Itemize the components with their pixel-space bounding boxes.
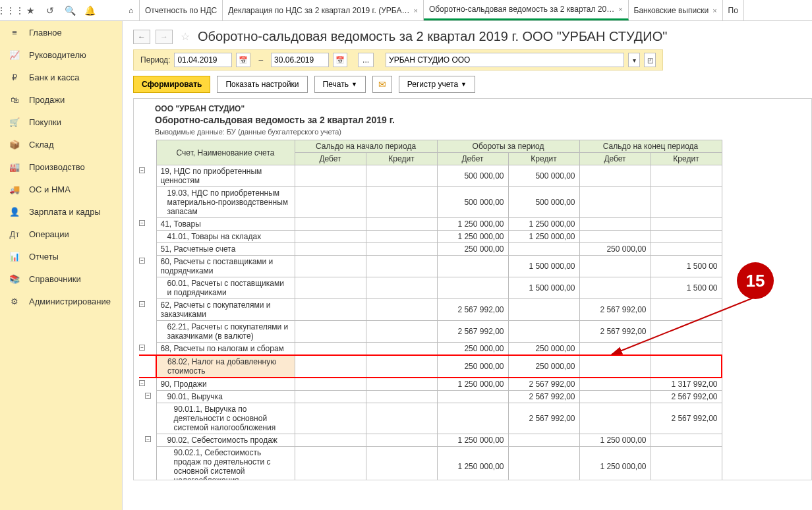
show-settings-button[interactable]: Показать настройки xyxy=(217,76,307,93)
table-row[interactable]: 60.01, Расчеты с поставщиками и подрядчи… xyxy=(139,277,722,299)
sidebar-item-main[interactable]: ≡Главное xyxy=(0,21,122,43)
value-cell: 2 567 992,00 xyxy=(437,299,508,321)
table-row[interactable]: −90, Продажи1 250 000,002 567 992,001 31… xyxy=(139,378,722,391)
close-icon[interactable]: × xyxy=(413,7,417,14)
expand-icon[interactable]: − xyxy=(139,345,145,351)
sidebar-item-admin[interactable]: ⚙Администрирование xyxy=(0,290,122,312)
email-button[interactable]: ✉ xyxy=(372,76,392,93)
value-cell xyxy=(295,403,366,434)
sidebar-item-label: Операции xyxy=(29,229,69,239)
date-to-input[interactable] xyxy=(271,53,329,67)
value-cell xyxy=(366,447,437,481)
apps-icon[interactable]: ⋮⋮⋮ xyxy=(5,5,16,16)
sidebar-item-sales[interactable]: 🛍Продажи xyxy=(0,88,122,111)
sidebar-item-assets[interactable]: 🚚ОС и НМА xyxy=(0,178,122,200)
value-cell xyxy=(508,299,579,321)
back-button[interactable]: ← xyxy=(133,30,150,44)
organization-input[interactable] xyxy=(386,53,624,67)
form-button[interactable]: Сформировать xyxy=(133,76,210,93)
value-cell xyxy=(579,277,651,299)
sidebar-item-purchases[interactable]: 🛒Покупки xyxy=(0,111,122,133)
main-area: ← → ☆ Оборотно-сальдовая ведомость за 2 … xyxy=(123,21,812,510)
chart-icon: 📈 xyxy=(9,49,20,60)
col-credit: Кредит xyxy=(366,153,437,165)
calendar-icon[interactable]: 📅 xyxy=(333,53,347,67)
sidebar-item-manager[interactable]: 📈Руководителю xyxy=(0,43,122,66)
person-icon: 👤 xyxy=(9,206,20,217)
expand-icon[interactable]: − xyxy=(139,220,145,226)
dropdown-icon[interactable]: ▾ xyxy=(628,53,640,67)
value-cell: 500 000,00 xyxy=(508,187,579,218)
table-row[interactable]: 51, Расчетные счета250 000,00250 000,00 xyxy=(139,243,722,256)
bell-icon[interactable]: 🔔 xyxy=(84,5,95,16)
favorite-icon[interactable]: ☆ xyxy=(181,30,190,43)
box-icon: 📦 xyxy=(9,139,20,150)
expand-icon[interactable]: − xyxy=(145,393,151,399)
register-button[interactable]: Регистр учета ▼ xyxy=(399,76,475,93)
report-title: Оборотно-сальдовая ведомость за 2 кварта… xyxy=(139,115,811,125)
sidebar-item-bank[interactable]: ₽Банк и касса xyxy=(0,66,122,88)
table-row[interactable]: −90.01, Выручка2 567 992,002 567 992,00 xyxy=(139,391,722,403)
tab-vat-reporting[interactable]: Отчетность по НДС xyxy=(140,0,223,20)
table-row[interactable]: −62, Расчеты с покупателями и заказчикам… xyxy=(139,299,722,321)
sidebar-item-label: ОС и НМА xyxy=(29,184,71,194)
ruble-icon: ₽ xyxy=(9,72,20,82)
sidebar-item-warehouse[interactable]: 📦Склад xyxy=(0,133,122,156)
table-row[interactable]: 62.21, Расчеты с покупателями и заказчик… xyxy=(139,321,722,343)
tab-label: Отчетность по НДС xyxy=(145,6,217,15)
table-row[interactable]: 68.02, Налог на добавленную стоимость250… xyxy=(139,355,722,378)
value-cell xyxy=(651,243,722,256)
expand-icon[interactable]: − xyxy=(139,167,145,173)
star-icon[interactable]: ★ xyxy=(25,5,36,16)
sidebar-item-production[interactable]: 🏭Производство xyxy=(0,156,122,178)
table-row[interactable]: 19.03, НДС по приобретенным материально-… xyxy=(139,187,722,218)
value-cell xyxy=(295,299,366,321)
table-row[interactable]: −68, Расчеты по налогам и сборам250 000,… xyxy=(139,343,722,356)
calendar-icon[interactable]: 📅 xyxy=(236,53,250,67)
table-row[interactable]: −90.02, Себестоимость продаж1 250 000,00… xyxy=(139,434,722,447)
sidebar-item-label: Покупки xyxy=(29,117,61,127)
print-button[interactable]: Печать ▼ xyxy=(314,76,366,93)
sidebar-item-salary[interactable]: 👤Зарплата и кадры xyxy=(0,200,122,223)
value-cell xyxy=(295,391,366,403)
close-icon[interactable]: × xyxy=(618,5,622,13)
date-from-input[interactable] xyxy=(174,53,232,67)
table-row[interactable]: 41.01, Товары на складах1 250 000,001 25… xyxy=(139,231,722,243)
sidebar-item-operations[interactable]: ДтОперации xyxy=(0,223,122,245)
table-row[interactable]: 90.02.1, Себестоимость продаж по деятель… xyxy=(139,447,722,481)
expand-icon[interactable]: − xyxy=(139,258,145,264)
value-cell: 2 567 992,00 xyxy=(508,391,579,403)
expand-icon[interactable]: − xyxy=(139,301,145,307)
table-row[interactable]: −60, Расчеты с поставщиками и подрядчика… xyxy=(139,256,722,277)
table-row[interactable]: −41, Товары1 250 000,001 250 000,00 xyxy=(139,218,722,231)
open-icon[interactable]: ◰ xyxy=(644,53,656,67)
period-picker-button[interactable]: ... xyxy=(358,53,374,67)
account-cell: 62.21, Расчеты с покупателями и заказчик… xyxy=(156,321,295,343)
history-icon[interactable]: ↺ xyxy=(45,5,55,16)
table-row[interactable]: −19, НДС по приобретенным ценностям500 0… xyxy=(139,165,722,187)
value-cell xyxy=(366,378,437,391)
tab-overflow[interactable]: По xyxy=(723,0,744,20)
tab-trial-balance[interactable]: Оборотно-сальдовая ведомость за 2 кварта… xyxy=(424,0,629,20)
close-icon[interactable]: × xyxy=(712,7,716,14)
annotation-badge: 15 xyxy=(737,262,774,299)
sidebar-item-reports[interactable]: 📊Отчеты xyxy=(0,245,122,268)
col-group-turnover: Обороты за период xyxy=(437,140,579,153)
tab-home[interactable]: ⌂ xyxy=(123,0,140,20)
expand-icon[interactable]: − xyxy=(145,436,151,442)
value-cell xyxy=(651,321,722,343)
value-cell xyxy=(579,231,651,243)
sidebar-item-references[interactable]: 📚Справочники xyxy=(0,268,122,290)
toolbar-left: ⋮⋮⋮ ★ ↺ 🔍 🔔 xyxy=(0,5,123,16)
expand-icon[interactable]: − xyxy=(139,380,145,386)
table-row[interactable]: 90.01.1, Выручка по деятельности с основ… xyxy=(139,403,722,434)
search-icon[interactable]: 🔍 xyxy=(65,5,75,16)
gear-icon: ⚙ xyxy=(9,296,20,306)
tab-vat-declaration[interactable]: Декларация по НДС за 2 квартал 2019 г. (… xyxy=(223,0,424,20)
value-cell xyxy=(508,447,579,481)
value-cell: 2 567 992,00 xyxy=(651,391,722,403)
value-cell: 1 250 000,00 xyxy=(437,218,508,231)
sidebar-item-label: Банк и касса xyxy=(29,72,80,82)
forward-button[interactable]: → xyxy=(156,30,173,44)
tab-bank-statements[interactable]: Банковские выписки× xyxy=(629,0,723,20)
